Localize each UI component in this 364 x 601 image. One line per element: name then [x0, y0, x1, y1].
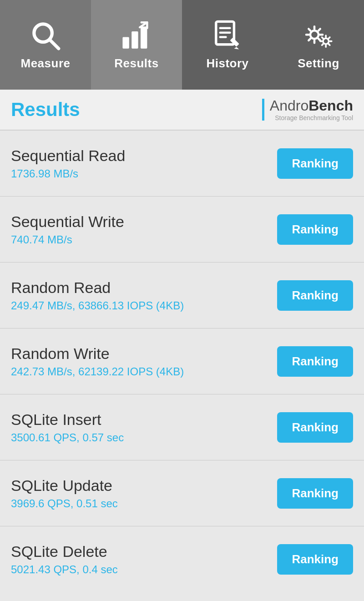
result-info-5: SQLite Update 3969.6 QPS, 0.51 sec	[11, 477, 118, 510]
svg-marker-11	[234, 47, 239, 49]
result-info-1: Sequential Write 740.74 MB/s	[11, 213, 124, 246]
results-list: Sequential Read 1736.98 MB/s Ranking Seq…	[0, 131, 364, 592]
result-item: SQLite Insert 3500.61 QPS, 0.57 sec Rank…	[0, 394, 364, 460]
ranking-button-1[interactable]: Ranking	[277, 214, 353, 245]
brand-name-bold: Bench	[308, 97, 353, 114]
result-info-6: SQLite Delete 5021.43 QPS, 0.4 sec	[11, 543, 118, 576]
measure-icon	[29, 19, 62, 52]
result-value-3: 242.73 MB/s, 62139.22 IOPS (4KB)	[11, 365, 184, 378]
brand-subtitle: Storage Benchmarking Tool	[270, 114, 353, 121]
result-info-3: Random Write 242.73 MB/s, 62139.22 IOPS …	[11, 345, 184, 378]
result-value-0: 1736.98 MB/s	[11, 167, 125, 180]
result-value-6: 5021.43 QPS, 0.4 sec	[11, 563, 118, 576]
result-name-6: SQLite Delete	[11, 543, 118, 561]
nav-item-measure[interactable]: Measure	[0, 0, 91, 90]
result-value-4: 3500.61 QPS, 0.57 sec	[11, 431, 124, 444]
brand-logo: AndroBench Storage Benchmarking Tool	[262, 98, 353, 121]
result-item: Random Read 249.47 MB/s, 63866.13 IOPS (…	[0, 263, 364, 328]
ranking-button-3[interactable]: Ranking	[277, 346, 353, 377]
nav-label-results: Results	[114, 56, 158, 71]
result-value-5: 3969.6 QPS, 0.51 sec	[11, 497, 118, 510]
nav-item-setting[interactable]: Setting	[273, 0, 364, 90]
svg-rect-3	[131, 31, 138, 49]
results-icon	[120, 19, 153, 52]
result-info-4: SQLite Insert 3500.61 QPS, 0.57 sec	[11, 411, 124, 444]
result-name-3: Random Write	[11, 345, 184, 363]
nav-label-setting: Setting	[298, 56, 339, 71]
result-name-0: Sequential Read	[11, 147, 125, 165]
result-name-2: Random Read	[11, 279, 184, 297]
ranking-button-6[interactable]: Ranking	[277, 544, 353, 575]
result-item: SQLite Delete 5021.43 QPS, 0.4 sec Ranki…	[0, 526, 364, 592]
page-title: Results	[11, 99, 80, 121]
svg-rect-2	[122, 37, 129, 49]
setting-icon	[302, 19, 335, 52]
nav-label-history: History	[206, 56, 248, 71]
nav-label-measure: Measure	[21, 56, 71, 71]
svg-point-13	[323, 38, 329, 44]
nav-item-history[interactable]: History	[182, 0, 273, 90]
result-value-2: 249.47 MB/s, 63866.13 IOPS (4KB)	[11, 299, 184, 312]
result-item: Sequential Write 740.74 MB/s Ranking	[0, 197, 364, 263]
result-info-2: Random Read 249.47 MB/s, 63866.13 IOPS (…	[11, 279, 184, 312]
history-icon	[211, 19, 244, 52]
brand-name-light: Andro	[270, 97, 308, 114]
brand-text: AndroBench Storage Benchmarking Tool	[270, 98, 353, 121]
nav-bar: Measure Results	[0, 0, 364, 90]
ranking-button-2[interactable]: Ranking	[277, 280, 353, 311]
svg-line-1	[50, 40, 59, 49]
ranking-button-5[interactable]: Ranking	[277, 478, 353, 509]
result-name-4: SQLite Insert	[11, 411, 124, 429]
svg-point-12	[310, 30, 318, 39]
result-info-0: Sequential Read 1736.98 MB/s	[11, 147, 125, 180]
brand-name: AndroBench	[270, 98, 353, 114]
result-value-1: 740.74 MB/s	[11, 233, 124, 246]
page-header: Results AndroBench Storage Benchmarking …	[0, 90, 364, 131]
nav-item-results[interactable]: Results	[91, 0, 182, 90]
ranking-button-0[interactable]: Ranking	[277, 148, 353, 179]
ranking-button-4[interactable]: Ranking	[277, 412, 353, 443]
result-name-1: Sequential Write	[11, 213, 124, 231]
result-item: SQLite Update 3969.6 QPS, 0.51 sec Ranki…	[0, 460, 364, 526]
result-item: Random Write 242.73 MB/s, 62139.22 IOPS …	[0, 328, 364, 394]
svg-rect-4	[141, 26, 147, 49]
result-item: Sequential Read 1736.98 MB/s Ranking	[0, 131, 364, 197]
result-name-5: SQLite Update	[11, 477, 118, 495]
brand-bar	[262, 99, 264, 121]
